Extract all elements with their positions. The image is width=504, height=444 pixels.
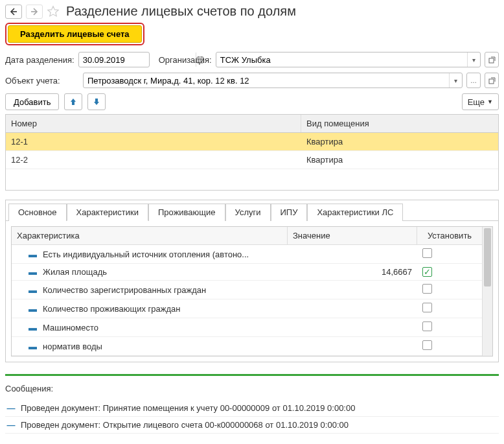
- char-scrollbar[interactable]: [482, 227, 492, 356]
- char-checkbox[interactable]: ✓: [422, 267, 432, 277]
- obj-dropdown-button[interactable]: ▾: [449, 73, 462, 88]
- tab-ls-characteristics[interactable]: Характеристики ЛС: [307, 204, 403, 221]
- message-text: Проведен документ: Открытие лицевого сче…: [21, 420, 349, 430]
- accounts-grid: Номер Вид помещения 12-1 Квартира 12-2 К…: [5, 114, 499, 191]
- tabs: Основное Характеристики Проживающие Услу…: [5, 200, 499, 221]
- grid-row[interactable]: 12-2 Квартира: [6, 151, 498, 169]
- messages-title: Сообщения:: [5, 384, 499, 393]
- char-value: [288, 305, 417, 312]
- more-button[interactable]: Еще ▼: [462, 93, 499, 110]
- char-checkbox[interactable]: [422, 340, 432, 350]
- char-name: Количество проживающих граждан: [43, 304, 180, 314]
- char-name: Количество зарегистрированных граждан: [43, 285, 206, 295]
- char-value: [288, 343, 417, 349]
- characteristics-grid: Характеристика Значение Установить ▬Есть…: [11, 226, 493, 356]
- char-header-set[interactable]: Установить: [417, 227, 482, 244]
- date-input-wrap: [78, 52, 150, 67]
- scrollbar-thumb[interactable]: [484, 228, 491, 286]
- char-header-value[interactable]: Значение: [288, 227, 417, 244]
- collapse-icon: ▬: [29, 304, 36, 314]
- dash-icon: —: [6, 403, 16, 413]
- char-checkbox[interactable]: [422, 284, 432, 294]
- char-name: Жилая площадь: [43, 267, 107, 277]
- collapse-icon: ▬: [29, 323, 36, 333]
- date-label: Дата разделения:: [5, 55, 74, 65]
- char-row[interactable]: ▬Количество зарегистрированных граждан: [12, 281, 482, 299]
- add-button[interactable]: Добавить: [5, 93, 59, 110]
- org-open-button[interactable]: [485, 52, 499, 67]
- grid-cell-number: 12-1: [6, 133, 301, 150]
- grid-header-room-type[interactable]: Вид помещения: [301, 115, 498, 132]
- dash-icon: —: [6, 420, 16, 430]
- message-text: Проведен документ: Принятие помещения к …: [21, 403, 355, 413]
- char-row[interactable]: ▬Жилая площадь 14,6667 ✓: [12, 264, 482, 281]
- more-label: Еще: [468, 97, 485, 107]
- arrow-left-icon: [10, 8, 17, 16]
- move-up-button[interactable]: [64, 93, 82, 110]
- char-value: 14,6667: [288, 264, 417, 280]
- arrow-up-icon: [69, 98, 77, 106]
- tab-panel-characteristics: Характеристика Значение Установить ▬Есть…: [5, 221, 499, 362]
- collapse-icon: ▬: [29, 267, 36, 277]
- char-checkbox[interactable]: [422, 248, 432, 258]
- org-dropdown-button[interactable]: ▾: [467, 53, 480, 67]
- obj-input[interactable]: [84, 73, 449, 88]
- collapse-icon: ▬: [29, 285, 36, 295]
- char-row[interactable]: ▬норматив воды: [12, 337, 482, 356]
- page-title: Разделение лицевых счетов по долям: [66, 4, 296, 19]
- svg-rect-7: [489, 79, 494, 84]
- collapse-icon: ▬: [29, 250, 36, 259]
- grid-row[interactable]: 12-1 Квартира: [6, 133, 498, 151]
- char-name: Машиноместо: [43, 323, 98, 333]
- char-value: [288, 286, 417, 293]
- move-down-button[interactable]: [87, 93, 106, 110]
- org-input[interactable]: [216, 53, 467, 67]
- open-external-icon: [488, 56, 496, 64]
- section-separator: [5, 374, 499, 376]
- svg-rect-6: [489, 58, 494, 63]
- char-header-name[interactable]: Характеристика: [12, 227, 288, 244]
- arrow-down-icon: [93, 98, 100, 106]
- char-checkbox[interactable]: [422, 321, 432, 331]
- grid-cell-number: 12-2: [6, 151, 301, 169]
- org-label: Организация:: [159, 55, 212, 65]
- obj-input-wrap: ▾: [83, 73, 463, 88]
- nav-forward-button[interactable]: [26, 5, 43, 19]
- char-value: [288, 324, 417, 331]
- obj-select-button[interactable]: …: [466, 73, 481, 88]
- char-value: [288, 251, 417, 257]
- tab-main[interactable]: Основное: [8, 204, 67, 221]
- chevron-down-icon: ▼: [487, 99, 493, 105]
- char-row[interactable]: ▬Есть индивидуальный источник отопления …: [12, 245, 482, 264]
- char-row[interactable]: ▬Машиноместо: [12, 318, 482, 337]
- char-name: Есть индивидуальный источник отопления (…: [43, 250, 249, 259]
- arrow-right-icon: [30, 8, 38, 16]
- char-row[interactable]: ▬Количество проживающих граждан: [12, 299, 482, 318]
- obj-open-button[interactable]: [485, 73, 499, 88]
- tab-services[interactable]: Услуги: [225, 204, 271, 221]
- char-checkbox[interactable]: [422, 303, 432, 312]
- tab-residents[interactable]: Проживающие: [148, 204, 225, 221]
- message-row[interactable]: — Проведен документ: Открытие лицевого с…: [5, 417, 499, 434]
- tab-ipu[interactable]: ИПУ: [271, 204, 308, 221]
- org-input-wrap: ▾: [216, 52, 481, 67]
- collapse-icon: ▬: [29, 342, 36, 351]
- grid-header-number[interactable]: Номер: [6, 115, 301, 132]
- grid-cell-room-type: Квартира: [301, 151, 498, 169]
- char-name: норматив воды: [43, 342, 102, 351]
- split-button-highlight: Разделить лицевые счета: [5, 23, 144, 45]
- nav-back-button[interactable]: [5, 5, 22, 19]
- open-external-icon: [488, 77, 496, 84]
- obj-label: Объект учета:: [5, 76, 79, 86]
- grid-cell-room-type: Квартира: [301, 133, 498, 150]
- split-accounts-button[interactable]: Разделить лицевые счета: [8, 25, 142, 43]
- tab-characteristics[interactable]: Характеристики: [67, 204, 148, 221]
- favorite-star-icon[interactable]: [47, 5, 60, 18]
- message-row[interactable]: — Проведен документ: Принятие помещения …: [5, 400, 499, 417]
